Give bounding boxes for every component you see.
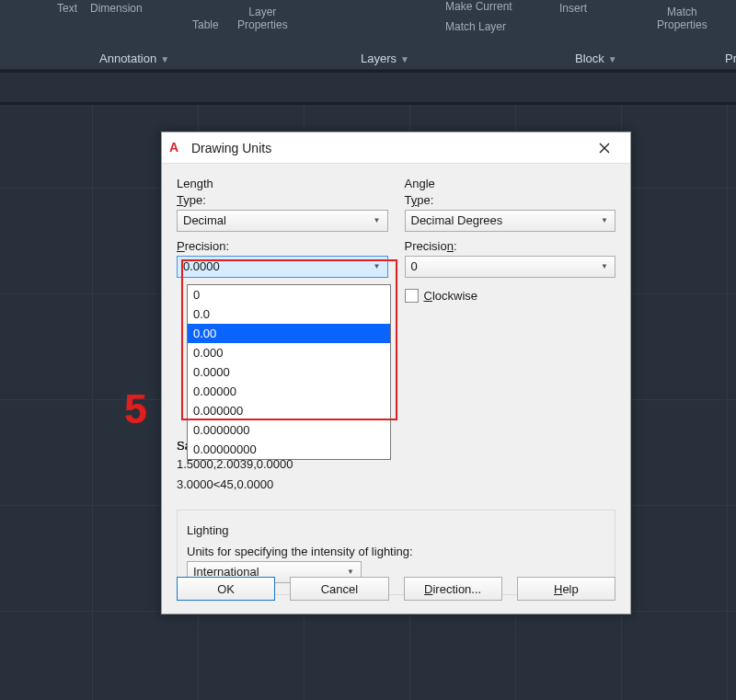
lighting-note: Units for specifying the intensity of li…: [187, 545, 605, 558]
ribbon-table[interactable]: Table: [192, 18, 219, 31]
close-icon: [599, 143, 610, 154]
panel-annotation-label: Annotation: [99, 52, 156, 65]
precision-option[interactable]: 0.0000000: [188, 420, 390, 440]
chevron-down-icon: ▼: [371, 260, 384, 273]
angle-group: Angle Type: Decimal Degrees ▼ Precision:…: [405, 177, 616, 310]
panel-layers[interactable]: Layers▼: [361, 52, 409, 65]
cancel-button[interactable]: Cancel: [290, 577, 388, 601]
length-precision-value: 0.0000: [183, 259, 220, 273]
precision-option[interactable]: 0.000: [188, 343, 390, 362]
length-precision-select[interactable]: 0.0000 ▼: [177, 256, 388, 278]
angle-type-value: Decimal Degrees: [411, 213, 503, 227]
dialog-title: Drawing Units: [191, 141, 271, 155]
ribbon-text[interactable]: Text: [57, 2, 77, 15]
chevron-down-icon: ▼: [371, 214, 384, 227]
panel-pr[interactable]: Pr: [725, 52, 736, 65]
panel-annotation[interactable]: Annotation▼: [99, 52, 169, 65]
direction-button[interactable]: Direction...: [404, 577, 502, 601]
clockwise-label: Clockwise: [424, 289, 478, 303]
ribbon-match-properties[interactable]: Match Properties: [657, 6, 707, 31]
precision-option[interactable]: 0.00000000: [188, 440, 390, 459]
drawing-units-dialog: A Drawing Units Length Type: Decimal ▼ P…: [161, 132, 631, 614]
precision-option[interactable]: 0.0: [188, 304, 390, 324]
length-type-value: Decimal: [183, 213, 226, 227]
chevron-down-icon: ▼: [598, 260, 611, 273]
precision-option[interactable]: 0.00000: [188, 382, 390, 401]
annotation-step-number: 5: [124, 386, 146, 432]
dialog-button-row: OK Cancel Direction... Help: [177, 577, 615, 601]
angle-type-label: Type:: [405, 193, 616, 207]
help-button[interactable]: Help: [517, 577, 615, 601]
angle-precision-value: 0: [411, 259, 418, 273]
angle-precision-select[interactable]: 0 ▼: [405, 256, 616, 278]
caret-icon: ▼: [400, 54, 409, 64]
length-type-select[interactable]: Decimal ▼: [177, 210, 388, 232]
angle-type-select[interactable]: Decimal Degrees ▼: [405, 210, 616, 232]
length-precision-dropdown[interactable]: 00.00.000.0000.00000.000000.0000000.0000…: [187, 284, 391, 460]
precision-option[interactable]: 0: [188, 285, 390, 304]
panel-pr-label: Pr: [725, 52, 736, 65]
panel-block-label: Block: [575, 52, 604, 65]
ok-button[interactable]: OK: [177, 577, 275, 601]
caret-icon: ▼: [160, 54, 169, 64]
length-type-label: Type:: [177, 193, 388, 207]
length-group: Length Type: Decimal ▼ Precision: 0.0000…: [177, 177, 388, 285]
ribbon-dimension[interactable]: Dimension: [90, 2, 143, 15]
clockwise-checkbox-row[interactable]: Clockwise: [405, 289, 616, 303]
autocad-logo-icon: A: [169, 141, 184, 155]
ribbon-make-current[interactable]: Make Current: [445, 0, 512, 13]
precision-option[interactable]: 0.0000: [188, 362, 390, 382]
panel-block[interactable]: Block▼: [575, 52, 617, 65]
close-button[interactable]: [586, 132, 623, 163]
caret-icon: ▼: [608, 54, 617, 64]
chevron-down-icon: ▼: [598, 214, 611, 227]
titlebar[interactable]: A Drawing Units: [162, 132, 630, 164]
length-legend: Length: [177, 177, 388, 190]
angle-precision-label: Precision:: [405, 239, 616, 253]
ribbon: Text Dimension Table Layer Properties Ma…: [0, 0, 736, 70]
precision-option[interactable]: 0.000000: [188, 401, 390, 420]
ribbon-match-layer[interactable]: Match Layer: [445, 20, 506, 33]
ribbon-layer-properties[interactable]: Layer Properties: [237, 6, 288, 31]
clockwise-checkbox[interactable]: [405, 289, 419, 303]
angle-legend: Angle: [405, 177, 616, 190]
panel-layers-label: Layers: [361, 52, 397, 65]
lighting-legend: Lighting: [183, 523, 233, 537]
ribbon-insert[interactable]: Insert: [559, 2, 587, 15]
precision-option[interactable]: 0.00: [188, 324, 390, 343]
sample-output-line2: 3.0000<45,0.0000: [177, 476, 615, 493]
length-precision-label: Precision:: [177, 239, 388, 253]
